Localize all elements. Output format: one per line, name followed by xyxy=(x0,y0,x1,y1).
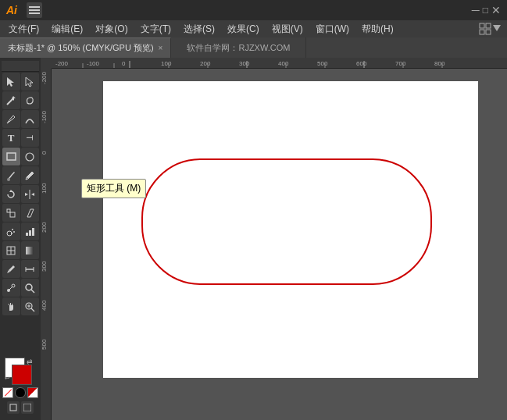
symbol-sprayer-tool[interactable] xyxy=(2,222,20,240)
svg-text:400: 400 xyxy=(278,60,289,67)
menu-type[interactable]: 文字(T) xyxy=(135,21,177,37)
svg-text:0: 0 xyxy=(41,151,48,155)
svg-text:700: 700 xyxy=(395,60,406,67)
tool-row-11 xyxy=(2,279,39,297)
svg-rect-44 xyxy=(10,404,16,411)
svg-text:-100: -100 xyxy=(87,60,100,67)
svg-rect-20 xyxy=(10,212,15,217)
svg-marker-18 xyxy=(25,193,28,196)
eyedropper-tool[interactable] xyxy=(2,260,20,278)
tool-row-8 xyxy=(2,222,39,240)
svg-marker-7 xyxy=(493,25,501,31)
menu-help[interactable]: 帮助(H) xyxy=(356,21,399,37)
svg-rect-1 xyxy=(29,9,40,11)
tool-row-10 xyxy=(2,260,39,278)
tab-close-button[interactable]: × xyxy=(159,44,163,52)
svg-rect-78 xyxy=(142,159,431,284)
svg-marker-8 xyxy=(7,77,14,87)
pencil-tool[interactable] xyxy=(21,166,39,184)
scale-tool[interactable] xyxy=(2,204,20,222)
menu-object[interactable]: 对象(O) xyxy=(90,21,133,37)
minimize-icon[interactable]: ─ xyxy=(472,4,480,16)
ruler-corner-box xyxy=(41,58,52,69)
black-swatch[interactable] xyxy=(15,387,26,398)
svg-rect-3 xyxy=(480,23,484,28)
ruler-h-ticks: -200 -100 0 100 200 300 400 500 600 700 … xyxy=(52,58,507,69)
column-graph-tool[interactable] xyxy=(21,222,39,240)
ruler-corner xyxy=(2,61,39,72)
shear-tool[interactable] xyxy=(21,204,39,222)
hand-tool[interactable] xyxy=(2,297,20,315)
normal-screen-mode[interactable] xyxy=(7,401,20,414)
blend-tool[interactable] xyxy=(2,279,20,297)
reflect-tool[interactable] xyxy=(21,185,39,203)
svg-rect-13 xyxy=(7,153,16,160)
pen-tool[interactable] xyxy=(2,110,20,128)
svg-text:-200: -200 xyxy=(41,71,48,84)
gradient-tool[interactable] xyxy=(21,241,39,259)
arrange-icon xyxy=(479,23,491,35)
svg-text:400: 400 xyxy=(41,300,48,311)
zoom-tool[interactable] xyxy=(21,279,39,297)
reset-colors-icon[interactable]: ↩ xyxy=(5,375,16,386)
menu-window[interactable]: 窗口(W) xyxy=(310,21,355,37)
svg-point-24 xyxy=(13,231,15,233)
svg-text:100: 100 xyxy=(41,183,48,194)
svg-text:200: 200 xyxy=(41,222,48,233)
measure-tool[interactable] xyxy=(21,260,39,278)
paintbrush-tool[interactable] xyxy=(2,166,20,184)
toolbar: T T xyxy=(0,58,41,420)
svg-text:300: 300 xyxy=(239,60,250,67)
menu-icon[interactable] xyxy=(27,2,42,18)
screen-modes xyxy=(7,401,34,414)
menu-select[interactable]: 选择(S) xyxy=(178,21,220,37)
tab-bar: 未标题-1* @ 150% (CMYK/GPU 预览) × 软件自学网：RJZX… xyxy=(0,37,507,58)
tool-row-shape xyxy=(2,148,39,166)
gradient-swatch[interactable] xyxy=(27,387,38,398)
canvas-area[interactable]: -200 -100 0 100 200 300 400 500 600 700 … xyxy=(41,58,507,420)
dropdown-arrow-icon xyxy=(493,25,501,33)
svg-line-10 xyxy=(7,98,13,105)
direct-select-tool[interactable] xyxy=(21,73,39,91)
svg-rect-2 xyxy=(29,12,40,14)
none-swatch[interactable] xyxy=(2,387,13,398)
tool-row-7 xyxy=(2,204,39,222)
svg-point-25 xyxy=(11,233,12,234)
menu-view[interactable]: 视图(V) xyxy=(266,21,309,37)
svg-point-23 xyxy=(12,229,13,230)
mesh-tool[interactable] xyxy=(2,241,20,259)
full-screen-mode[interactable] xyxy=(21,401,34,414)
svg-text:100: 100 xyxy=(161,60,172,67)
svg-point-15 xyxy=(7,178,10,181)
maximize-icon[interactable]: □ xyxy=(483,5,488,16)
svg-text:-200: -200 xyxy=(55,60,69,67)
select-tool[interactable] xyxy=(2,73,20,91)
svg-rect-6 xyxy=(486,30,491,34)
artboard xyxy=(103,81,478,378)
tool-row-9 xyxy=(2,241,39,259)
svg-rect-32 xyxy=(26,247,34,254)
tooltip-text: 矩形工具 (M) xyxy=(87,183,141,194)
menu-effect[interactable]: 效果(C) xyxy=(222,21,265,37)
curvature-tool[interactable] xyxy=(21,110,39,128)
tab-active[interactable]: 未标题-1* @ 150% (CMYK/GPU 预览) × xyxy=(0,37,171,58)
svg-text:-100: -100 xyxy=(41,110,48,123)
type-tool[interactable]: T xyxy=(2,129,20,147)
menu-bar: 文件(F) 编辑(E) 对象(O) 文字(T) 选择(S) 效果(C) 视图(V… xyxy=(0,20,507,37)
lasso-tool[interactable] xyxy=(21,91,39,109)
zoom-in-tool[interactable] xyxy=(21,297,39,315)
tool-row-5 xyxy=(2,166,39,184)
svg-marker-9 xyxy=(26,77,33,87)
menu-file[interactable]: 文件(F) xyxy=(3,21,45,37)
svg-marker-19 xyxy=(31,193,34,196)
magic-wand-tool[interactable] xyxy=(2,91,20,109)
vertical-type-tool[interactable]: T xyxy=(21,129,39,147)
tool-row-2 xyxy=(2,91,39,109)
none-color-row xyxy=(2,387,38,398)
rectangle-tool[interactable] xyxy=(2,148,20,166)
rotate-tool[interactable] xyxy=(2,185,20,203)
close-icon[interactable]: ✕ xyxy=(491,4,501,16)
ellipse-tool[interactable] xyxy=(21,148,39,166)
menu-edit[interactable]: 编辑(E) xyxy=(46,21,88,37)
tab-inactive[interactable]: 软件自学网：RJZXW.COM xyxy=(171,37,306,58)
